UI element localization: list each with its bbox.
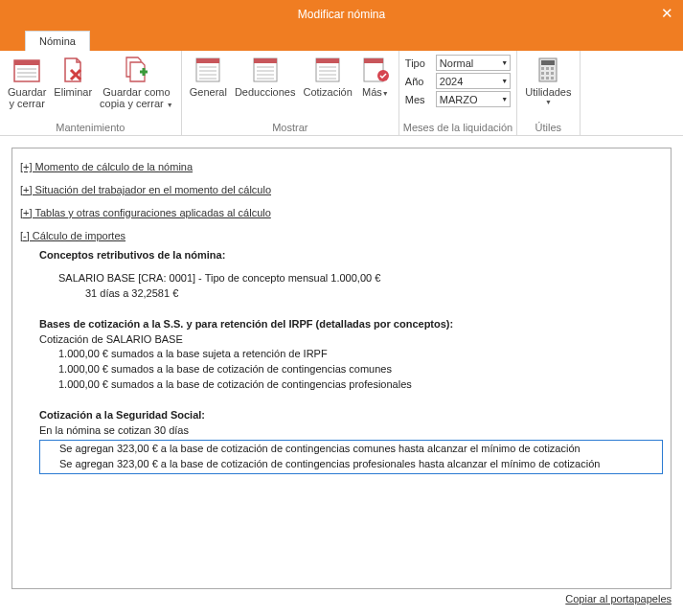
agr-line1: Se agregan 323,00 € a la base de cotizac…: [59, 442, 660, 457]
mes-value: MARZO: [440, 94, 478, 105]
anio-select[interactable]: 2024 ▼: [436, 73, 511, 89]
save-copy-icon: [121, 55, 151, 85]
svg-rect-34: [541, 77, 544, 80]
cot-ss-title: Cotización a la Seguridad Social:: [20, 408, 663, 423]
save-icon: [11, 55, 42, 85]
anio-value: 2024: [440, 76, 463, 87]
mes-label: Mes: [405, 94, 432, 105]
tipo-label: Tipo: [405, 57, 432, 69]
general-label: General: [190, 86, 227, 98]
ribbon-group-mostrar: General Deducciones: [182, 51, 399, 135]
svg-rect-31: [541, 72, 544, 75]
cot-line1: 1.000,00 € sumados a la base sujeta a re…: [20, 347, 663, 362]
svg-rect-24: [364, 58, 383, 63]
cot-line2: 1.000,00 € sumados a la base de cotizaci…: [20, 362, 663, 377]
svg-rect-32: [546, 72, 549, 75]
svg-rect-1: [14, 60, 39, 65]
deducciones-icon: [250, 55, 281, 85]
group-label-liquidacion: Meses de la liquidación: [403, 122, 512, 134]
delete-label: Eliminar: [54, 86, 92, 98]
save-close-button[interactable]: Guardary cerrar: [4, 53, 50, 111]
tipo-value: Normal: [440, 57, 473, 69]
highlight-box: Se agregan 323,00 € a la base de cotizac…: [39, 440, 663, 474]
svg-rect-6: [196, 58, 219, 63]
chevron-down-icon: ▼: [501, 78, 508, 84]
conceptos-title: Conceptos retributivos de la nómina:: [20, 248, 663, 263]
expand-tablas[interactable]: [+] Tablas y otras configuraciones aplic…: [20, 206, 271, 221]
svg-rect-18: [316, 58, 339, 63]
collapse-calculo[interactable]: [-] Cálculo de importes: [20, 229, 125, 244]
salario-line1: SALARIO BASE [CRA: 0001] - Tipo de conce…: [20, 271, 663, 286]
delete-button[interactable]: Eliminar: [50, 53, 96, 100]
bases-title: Bases de cotización a la S.S. y para ret…: [20, 317, 663, 332]
save-close-label: Guardary cerrar: [8, 86, 46, 109]
mas-button[interactable]: Más▼: [356, 53, 395, 102]
deducciones-label: Deducciones: [235, 86, 296, 98]
calculator-icon: [533, 55, 563, 85]
svg-rect-36: [551, 77, 554, 80]
chevron-down-icon: ▼: [501, 59, 508, 66]
deducciones-button[interactable]: Deducciones: [231, 53, 300, 100]
cot-line3: 1.000,00 € sumados a la base de cotizaci…: [20, 377, 663, 393]
tab-row: Nómina: [0, 29, 683, 51]
ribbon: Guardary cerrar Eliminar Guardar comocop…: [0, 51, 683, 136]
salario-line2: 31 días a 32,2581 €: [20, 286, 663, 302]
copy-clipboard-link[interactable]: Copiar al portapapeles: [11, 593, 672, 605]
content-wrap: [+] Momento de cálculo de la nómina [+] …: [0, 136, 683, 616]
cotizacion-label: Cotización: [303, 86, 352, 98]
mas-icon: [360, 55, 391, 85]
ribbon-group-mantenimiento: Guardary cerrar Eliminar Guardar comocop…: [0, 51, 182, 135]
general-icon: [193, 55, 223, 85]
expand-situacion[interactable]: [+] Situación del trabajador en el momen…: [20, 183, 271, 198]
close-icon[interactable]: ✕: [661, 5, 673, 22]
expand-momento[interactable]: [+] Momento de cálculo de la nómina: [20, 160, 193, 175]
chevron-down-icon: ▼: [382, 90, 389, 97]
save-copy-button[interactable]: Guardar comocopia y cerrar ▼: [96, 53, 177, 113]
group-label-mostrar: Mostrar: [186, 122, 395, 134]
cot-dias: En la nómina se cotizan 30 días: [20, 423, 663, 439]
tab-nomina[interactable]: Nómina: [25, 31, 90, 51]
utilidades-button[interactable]: Utilidades ▼: [521, 53, 575, 107]
chevron-down-icon: ▼: [501, 96, 508, 103]
cotizacion-icon: [312, 55, 343, 85]
delete-icon: [57, 55, 88, 85]
save-copy-label: Guardar comocopia y cerrar ▼: [100, 86, 173, 111]
ribbon-group-liquidacion: Tipo Normal ▼ Año 2024 ▼ Mes MARZO ▼: [399, 51, 517, 135]
tipo-select[interactable]: Normal ▼: [436, 55, 511, 71]
title-bar: Modificar nómina ✕: [0, 0, 683, 29]
chevron-down-icon: ▼: [167, 102, 173, 108]
general-button[interactable]: General: [186, 53, 231, 100]
svg-rect-28: [541, 67, 544, 70]
agr-line2: Se agregan 323,00 € a la base de cotizac…: [59, 457, 660, 472]
group-label-mantenimiento: Mantenimiento: [4, 122, 177, 134]
cot-salario: Cotización de SALARIO BASE: [20, 332, 663, 348]
svg-rect-30: [551, 67, 554, 70]
svg-rect-33: [551, 72, 554, 75]
mas-label: Más▼: [362, 86, 389, 100]
window-title: Modificar nómina: [298, 8, 385, 21]
group-label-utiles: Útiles: [521, 122, 575, 134]
svg-rect-29: [546, 67, 549, 70]
utilidades-label: Utilidades: [525, 86, 571, 98]
content-panel: [+] Momento de cálculo de la nómina [+] …: [11, 148, 672, 589]
ribbon-group-utiles: Utilidades ▼ Útiles: [517, 51, 580, 135]
cotizacion-button[interactable]: Cotización: [299, 53, 355, 100]
svg-rect-12: [254, 58, 277, 63]
anio-label: Año: [405, 76, 432, 87]
svg-rect-27: [541, 60, 555, 65]
mes-select[interactable]: MARZO ▼: [436, 91, 511, 107]
chevron-down-icon: ▼: [545, 99, 552, 105]
svg-rect-35: [546, 77, 549, 80]
